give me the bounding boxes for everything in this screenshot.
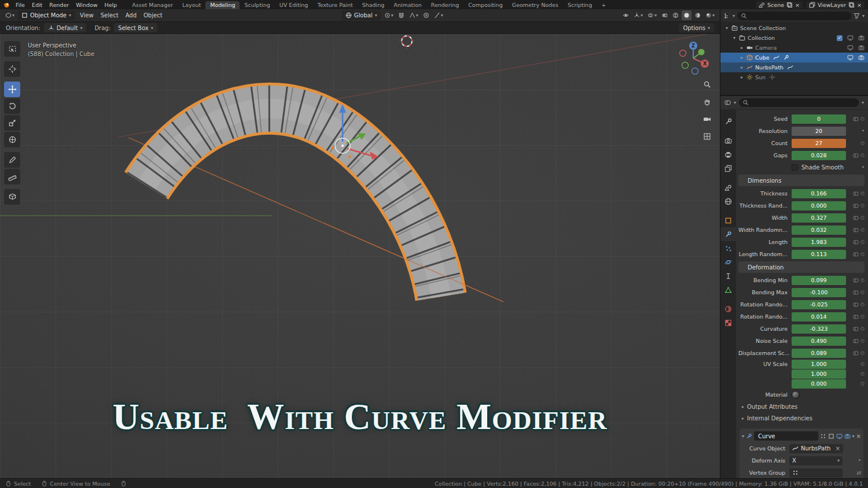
modifier-prop-curve-object[interactable]: NurbsPath× bbox=[789, 444, 843, 453]
drag-setting-select[interactable]: Select Box ▾ bbox=[114, 23, 157, 32]
prop-value-rotation-rando[interactable]: 0.014 bbox=[792, 312, 846, 321]
section-header-dimensions[interactable]: Dimensions bbox=[738, 175, 865, 186]
workspace-tab-rendering[interactable]: Rendering bbox=[426, 1, 464, 9]
workspace-tab-layout[interactable]: Layout bbox=[178, 1, 205, 9]
proportional-button[interactable] bbox=[421, 10, 431, 20]
collapsed-panel-internal-dependencies[interactable]: ▸Internal Dependencies bbox=[738, 412, 865, 424]
prop-value-gaps[interactable]: 0.028 bbox=[792, 151, 846, 160]
gizmos-button[interactable]: ▾ bbox=[632, 10, 645, 20]
properties-tab-world[interactable] bbox=[720, 194, 736, 208]
camera-icon[interactable] bbox=[856, 35, 866, 41]
shading-rendered-button[interactable]: ▾ bbox=[704, 10, 716, 20]
workspace-tab-shading[interactable]: Shading bbox=[358, 1, 389, 9]
outliner-editor-icon[interactable] bbox=[724, 13, 730, 19]
transform-tool[interactable] bbox=[4, 132, 20, 147]
camera-icon[interactable] bbox=[856, 45, 866, 51]
options-dropdown[interactable]: Options ▾ bbox=[679, 23, 714, 32]
cursor-tool[interactable] bbox=[4, 61, 20, 77]
properties-editor-icon[interactable] bbox=[724, 99, 731, 106]
prop-value-thickness-rand[interactable]: 0.000 bbox=[792, 201, 846, 210]
prop-value-curvature[interactable]: -0.323 bbox=[792, 324, 846, 334]
viewport-menu-view[interactable]: View bbox=[76, 12, 97, 19]
orientation-setting-select[interactable]: Default ▾ bbox=[44, 23, 87, 32]
properties-tab-particles[interactable] bbox=[720, 241, 736, 255]
checkbox-icon[interactable]: ✓ bbox=[837, 35, 843, 41]
properties-tab-object-data[interactable] bbox=[720, 283, 736, 297]
xray-button[interactable] bbox=[660, 10, 670, 20]
menu-file[interactable]: File bbox=[12, 2, 28, 8]
pivot-button[interactable]: ▾ bbox=[382, 10, 395, 20]
filter-icon[interactable] bbox=[854, 13, 860, 19]
falloff-button[interactable]: ▾ bbox=[432, 10, 445, 20]
properties-search-input[interactable] bbox=[751, 100, 855, 106]
magnet-button[interactable] bbox=[396, 10, 406, 20]
prop-value-bending-min[interactable]: 0.099 bbox=[792, 276, 846, 285]
properties-tab-output[interactable] bbox=[720, 147, 736, 161]
properties-tab-object[interactable] bbox=[720, 213, 736, 227]
menu-render[interactable]: Render bbox=[46, 2, 72, 8]
expander-icon[interactable]: ▸ bbox=[739, 55, 745, 60]
rotate-tool[interactable] bbox=[4, 98, 20, 114]
select-box-tool[interactable] bbox=[4, 41, 20, 57]
workspace-tab-modeling[interactable]: Modeling bbox=[205, 1, 240, 9]
outliner-search-input[interactable] bbox=[749, 13, 848, 19]
expander-icon[interactable]: ▾ bbox=[731, 35, 737, 40]
render-toggle-icon[interactable] bbox=[844, 433, 851, 439]
properties-search[interactable] bbox=[739, 98, 859, 107]
expander-icon[interactable]: ▾ bbox=[724, 25, 730, 31]
viewport-3d[interactable]: Z X User Perspective (588) Collection | … bbox=[0, 34, 720, 478]
hand-button[interactable] bbox=[701, 95, 713, 108]
viewport-menu-select[interactable]: Select bbox=[97, 12, 122, 19]
prop-value-thickness[interactable]: 0.166 bbox=[792, 189, 846, 198]
prop-value-noise-scale[interactable]: 0.490 bbox=[792, 337, 846, 346]
properties-tab-material[interactable] bbox=[720, 302, 736, 316]
workspace-tab-sculpting[interactable]: Sculpting bbox=[240, 1, 274, 9]
prop-value-rotation-rando[interactable]: -0.025 bbox=[792, 300, 846, 309]
expander-icon[interactable]: ▸ bbox=[739, 75, 745, 80]
menu-edit[interactable]: Edit bbox=[28, 2, 46, 8]
new-viewlayer-icon[interactable] bbox=[848, 2, 855, 8]
properties-tab-view-layer[interactable] bbox=[720, 161, 736, 175]
workspace-tab-geometry-nodes[interactable]: Geometry Nodes bbox=[507, 1, 563, 9]
modifier-prop-vertex-group[interactable] bbox=[789, 468, 843, 478]
shade-smooth-checkbox[interactable] bbox=[792, 164, 798, 171]
viewport-menu-add[interactable]: Add bbox=[122, 12, 140, 19]
properties-tab-texture[interactable] bbox=[720, 316, 736, 330]
properties-tab-tool[interactable] bbox=[720, 114, 736, 128]
material-preview[interactable] bbox=[792, 391, 800, 399]
prop-value-uv-scale[interactable]: 1.000 bbox=[792, 360, 846, 369]
camera-view-button[interactable] bbox=[701, 113, 713, 125]
move-tool[interactable] bbox=[4, 82, 20, 97]
outliner-item-camera[interactable]: ▸Camera bbox=[720, 43, 868, 53]
prop-value-resolution[interactable]: 20 bbox=[792, 127, 846, 136]
prop-value-count[interactable]: 27 bbox=[792, 139, 846, 148]
blender-logo[interactable] bbox=[3, 2, 10, 8]
outliner-item-nurbspath[interactable]: ▸NurbsPath bbox=[720, 62, 868, 72]
screen-icon[interactable] bbox=[845, 35, 855, 41]
viewport-menu-object[interactable]: Object bbox=[140, 12, 166, 19]
scene-selector[interactable]: Scene × bbox=[756, 1, 803, 9]
overlays-button[interactable]: ▾ bbox=[646, 10, 659, 20]
properties-tab-constraints[interactable] bbox=[720, 269, 736, 283]
properties-tab-scene[interactable] bbox=[720, 180, 736, 194]
edit-mode-toggle-icon[interactable] bbox=[828, 433, 834, 439]
workspace-tab-uv-editing[interactable]: UV Editing bbox=[275, 1, 313, 9]
scale-tool[interactable] bbox=[4, 115, 20, 131]
workspace-tab-texture-paint[interactable]: Texture Paint bbox=[312, 1, 357, 9]
plank-bridge-object[interactable] bbox=[146, 109, 441, 297]
modifier-name-field[interactable]: Curve bbox=[754, 431, 818, 441]
properties-filter-icon[interactable]: ▾ bbox=[862, 100, 864, 105]
editor-type-button[interactable]: ▾ bbox=[3, 10, 16, 20]
prop-value-bending-max[interactable]: -0.100 bbox=[792, 288, 846, 297]
annotate-tool[interactable] bbox=[4, 152, 20, 168]
add-cube-tool[interactable] bbox=[4, 189, 20, 205]
outliner-item-cube[interactable]: ▸Cube bbox=[720, 53, 868, 62]
workspace-tab-animation[interactable]: Animation bbox=[389, 1, 426, 9]
prop-value-width-randomn[interactable]: 0.032 bbox=[792, 225, 846, 235]
visibility-button[interactable] bbox=[621, 10, 631, 20]
outliner-item-scene-collection[interactable]: ▾Scene Collection bbox=[720, 23, 868, 33]
camera-icon[interactable] bbox=[856, 54, 866, 61]
expander-icon[interactable]: ▸ bbox=[739, 45, 745, 50]
section-header-deformation[interactable]: Deformation bbox=[738, 261, 865, 273]
prop-value-length-random[interactable]: 0.113 bbox=[792, 250, 846, 259]
